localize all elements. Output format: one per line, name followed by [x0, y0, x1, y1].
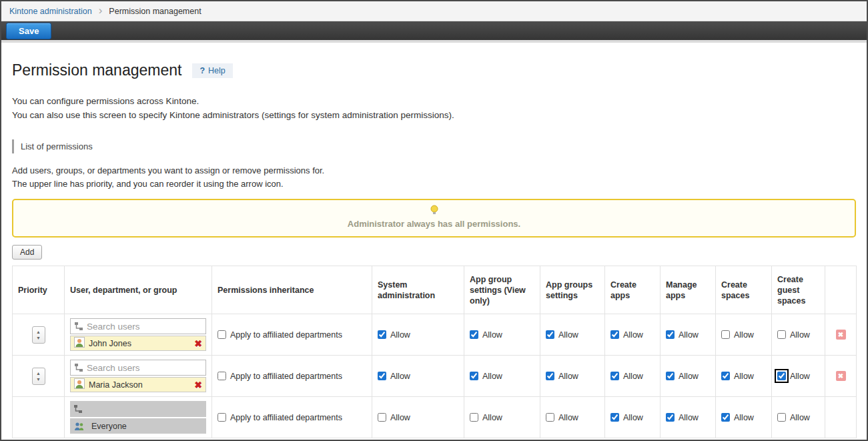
user-avatar-icon — [74, 378, 85, 391]
allow-checkbox[interactable] — [610, 372, 619, 380]
selected-user-chip: Maria Jackson ✖ — [70, 377, 206, 392]
app-window: Kintone administration › Permission mana… — [0, 0, 868, 441]
allow-checkbox[interactable] — [721, 413, 730, 422]
allow-checkbox[interactable] — [378, 372, 386, 380]
delete-row-button[interactable]: ✖ — [836, 371, 846, 381]
everyone-selector-disabled — [70, 401, 206, 417]
description-line: Add users, groups, or departments you wa… — [12, 164, 856, 177]
allow-app-group-settings-view[interactable]: Allow — [470, 330, 534, 340]
org-tree-icon[interactable] — [74, 363, 83, 372]
inheritance-checkbox-label[interactable]: Apply to affiliated departments — [218, 330, 366, 340]
allow-create-guest-spaces[interactable]: Allow — [777, 413, 819, 422]
user-search-box — [70, 318, 206, 334]
toolbar: Save — [1, 21, 867, 43]
intro-line: You can configure permissions across Kin… — [12, 94, 856, 108]
notice-text: Administrator always has all permissions… — [13, 219, 855, 229]
allow-create-apps[interactable]: Allow — [610, 413, 655, 422]
allow-create-apps[interactable]: Allow — [610, 372, 655, 381]
allow-checkbox-focused[interactable] — [777, 372, 786, 380]
inheritance-checkbox[interactable] — [218, 413, 226, 422]
allow-checkbox[interactable] — [546, 330, 554, 339]
header-app-group-settings-view-only: App group settings (View only) — [464, 266, 540, 314]
allow-system-administration[interactable]: Allow — [378, 330, 458, 340]
arrow-up-icon: ▲ — [36, 370, 41, 376]
add-button[interactable]: Add — [12, 245, 42, 260]
page-title: Permission management — [12, 61, 181, 79]
allow-checkbox[interactable] — [666, 413, 675, 422]
allow-app-group-settings-view[interactable]: Allow — [470, 413, 534, 422]
allow-create-spaces[interactable]: Allow — [721, 413, 766, 422]
table-row-maria-jackson: ▲ ▼ — [13, 356, 857, 397]
allow-checkbox[interactable] — [777, 330, 786, 339]
arrow-up-icon: ▲ — [36, 329, 41, 335]
header-actions — [825, 266, 857, 314]
notice-banner: Administrator always has all permissions… — [12, 199, 856, 238]
allow-app-groups-settings[interactable]: Allow — [546, 413, 599, 422]
allow-create-spaces[interactable]: Allow — [721, 330, 766, 340]
intro-line: You can also use this screen to specify … — [12, 108, 856, 122]
allow-checkbox[interactable] — [610, 330, 619, 339]
section-title: List of permissions — [12, 139, 856, 153]
allow-checkbox[interactable] — [777, 413, 786, 422]
allow-checkbox[interactable] — [470, 413, 478, 422]
description-text: Add users, groups, or departments you wa… — [12, 164, 856, 191]
allow-create-guest-spaces-focused[interactable]: Allow — [777, 372, 819, 381]
header-manage-apps: Manage apps — [661, 266, 716, 314]
delete-row-button[interactable]: ✖ — [836, 330, 846, 340]
breadcrumb: Kintone administration › Permission mana… — [1, 1, 867, 21]
org-tree-icon[interactable] — [74, 322, 83, 331]
allow-checkbox[interactable] — [470, 330, 478, 339]
search-users-input[interactable] — [87, 322, 202, 332]
help-link[interactable]: ? Help — [192, 63, 232, 78]
group-icon — [74, 422, 85, 431]
allow-checkbox[interactable] — [378, 330, 386, 339]
allow-app-groups-settings[interactable]: Allow — [546, 372, 599, 381]
header-user: User, department, or group — [65, 266, 212, 314]
priority-stepper[interactable]: ▲ ▼ — [32, 326, 45, 344]
remove-user-icon[interactable]: ✖ — [194, 380, 202, 390]
allow-create-guest-spaces[interactable]: Allow — [777, 330, 819, 340]
priority-stepper[interactable]: ▲ ▼ — [32, 368, 45, 385]
allow-checkbox[interactable] — [378, 413, 386, 422]
question-mark-icon: ? — [199, 66, 205, 75]
chevron-right-icon: › — [99, 5, 103, 16]
header-create-spaces: Create spaces — [716, 266, 772, 314]
allow-checkbox[interactable] — [610, 413, 619, 422]
user-search-box — [70, 360, 206, 376]
allow-checkbox[interactable] — [470, 372, 478, 380]
header-app-groups-settings: App groups settings — [540, 266, 605, 314]
permissions-table: Priority User, department, or group Perm… — [12, 266, 857, 438]
breadcrumb-link-kintone-administration[interactable]: Kintone administration — [9, 7, 92, 16]
search-users-input[interactable] — [87, 363, 202, 373]
lightbulb-icon — [430, 205, 438, 215]
allow-create-spaces[interactable]: Allow — [721, 372, 766, 381]
user-avatar-icon — [74, 337, 85, 350]
allow-checkbox[interactable] — [546, 413, 554, 422]
allow-checkbox[interactable] — [721, 372, 730, 380]
allow-create-apps[interactable]: Allow — [610, 330, 655, 340]
save-button[interactable]: Save — [6, 23, 51, 39]
allow-system-administration[interactable]: Allow — [378, 413, 458, 422]
remove-user-icon[interactable]: ✖ — [194, 339, 202, 348]
allow-checkbox[interactable] — [666, 330, 675, 339]
table-row-john-jones: ▲ ▼ — [13, 314, 857, 356]
allow-manage-apps[interactable]: Allow — [666, 413, 710, 422]
selected-user-name: John Jones — [89, 339, 190, 348]
allow-app-group-settings-view[interactable]: Allow — [470, 372, 534, 381]
allow-checkbox[interactable] — [666, 372, 675, 380]
allow-manage-apps[interactable]: Allow — [666, 372, 710, 381]
allow-app-groups-settings[interactable]: Allow — [546, 330, 599, 340]
inheritance-checkbox-label[interactable]: Apply to affiliated departments — [218, 372, 366, 381]
allow-system-administration[interactable]: Allow — [378, 372, 458, 381]
inheritance-checkbox[interactable] — [218, 330, 226, 339]
table-row-everyone: Everyone Apply to affiliated departments… — [13, 397, 857, 438]
inheritance-checkbox[interactable] — [218, 372, 226, 380]
inheritance-checkbox-label[interactable]: Apply to affiliated departments — [218, 413, 366, 422]
arrow-down-icon: ▼ — [36, 335, 41, 341]
allow-manage-apps[interactable]: Allow — [666, 330, 710, 340]
selected-user-chip: John Jones ✖ — [70, 336, 206, 351]
allow-checkbox[interactable] — [546, 372, 554, 380]
allow-checkbox[interactable] — [721, 330, 730, 339]
selected-user-name: Maria Jackson — [89, 380, 190, 390]
header-priority: Priority — [13, 266, 65, 314]
